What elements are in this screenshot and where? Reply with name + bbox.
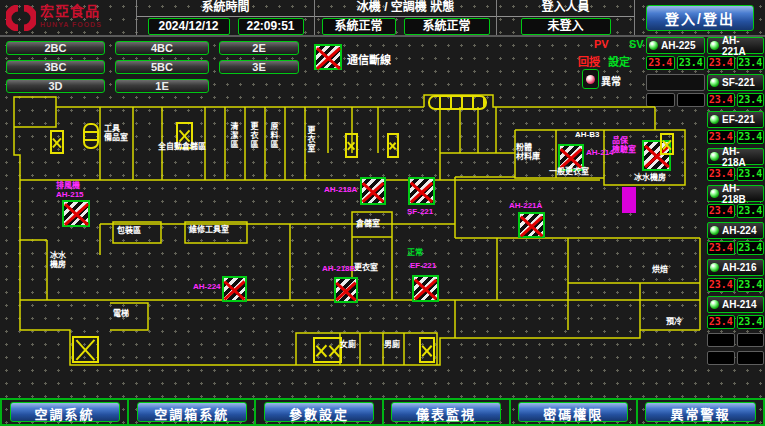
unit-AH-218B[interactable]: AH-218B	[707, 185, 764, 202]
offline-unit-AH-224[interactable]	[222, 276, 247, 302]
date-readout: 2024/12/12	[148, 18, 230, 35]
door-icon	[660, 133, 674, 155]
map-label: AH-221A	[509, 201, 542, 210]
map-label: EF-221	[410, 261, 436, 270]
nav-button-異常警報[interactable]: 異常警報	[645, 402, 755, 422]
brand-name-en: HUNYA FOODS	[40, 18, 102, 31]
map-label: 更衣區	[249, 122, 258, 149]
unit-name: AH-224	[722, 225, 756, 236]
hunya-logo-icon	[6, 5, 36, 31]
unit-marker	[622, 187, 636, 213]
nav-cell: 密碼權限	[509, 398, 636, 426]
status-lamp	[710, 189, 719, 198]
map-label: 倉儲室	[356, 219, 380, 228]
map-label: 預冷	[666, 317, 682, 326]
header-bar: 宏亞食品 HUNYA FOODS 系統時間 2024/12/12 22:09:5…	[0, 0, 765, 37]
pv-name: 回授	[578, 53, 600, 69]
map-label: 排風機 AH-215	[56, 181, 84, 199]
map-label: 更衣室	[354, 263, 378, 272]
nav-button-參數設定[interactable]: 參數設定	[264, 402, 374, 422]
nav-button-空調系統[interactable]: 空調系統	[10, 402, 120, 422]
floor-button-3D[interactable]: 3D	[6, 79, 105, 93]
status-lamp	[710, 226, 719, 235]
offline-unit-SF-221[interactable]	[408, 177, 435, 205]
unit-name: AH-218B	[722, 183, 763, 205]
nav-button-空調箱系統[interactable]: 空調箱系統	[137, 402, 247, 422]
vent-icon	[428, 95, 487, 110]
chiller-status-readout: 系統正常	[322, 18, 396, 35]
floor-button-3BC[interactable]: 3BC	[6, 60, 105, 74]
unit-SF-221[interactable]: SF-221	[707, 74, 764, 91]
abnormal-label: 異常	[601, 73, 621, 88]
map-label: 更衣室	[306, 126, 315, 153]
nav-button-密碼權限[interactable]: 密碼權限	[518, 402, 628, 422]
map-label: 女廁	[340, 340, 356, 349]
unit-AH-221A[interactable]: AH-221A	[707, 37, 764, 54]
map-label: 冰水機房	[634, 173, 666, 182]
floor-button-3E[interactable]: 3E	[219, 60, 299, 74]
hmi-screen: 宏亞食品 HUNYA FOODS 系統時間 2024/12/12 22:09:5…	[0, 0, 765, 426]
unit-values: 23.423.4	[707, 241, 764, 255]
offline-unit-EF-221[interactable]	[412, 275, 439, 302]
map-label: AH-218B	[322, 264, 355, 273]
time-readout: 22:09:51	[238, 18, 304, 35]
unit-AH-218A[interactable]: AH-218A	[707, 148, 764, 165]
unit-name: AH-225	[661, 40, 695, 51]
floor-button-4BC[interactable]: 4BC	[115, 41, 209, 55]
empty-values	[707, 333, 764, 347]
ahu-status-readout: 系統正常	[404, 18, 490, 35]
system-time-label: 系統時間	[137, 0, 314, 17]
map-label: 品保 檢驗室	[612, 136, 636, 154]
offline-unit-AH-218A[interactable]	[360, 177, 386, 205]
unit-AH-214[interactable]: AH-214	[707, 296, 764, 313]
login-section: 登入人員 未登入	[496, 0, 634, 35]
floor-button-grid: 2BC4BC2E3BC5BC3E3D1E	[6, 41, 299, 93]
floor-button-2BC[interactable]: 2BC	[6, 41, 105, 55]
floor-button-1E[interactable]: 1E	[115, 79, 209, 93]
status-lamp	[710, 300, 719, 309]
unit-column-right: AH-221A23.423.4SF-22123.423.4EF-22123.42…	[707, 37, 764, 369]
unit-EF-221[interactable]: EF-221	[707, 111, 764, 128]
door-icon	[345, 133, 358, 158]
floor-plan: 排風機 AH-215AH-224AH-218BAH-218ASF-221EF-2…	[0, 93, 705, 393]
floor-button-5BC[interactable]: 5BC	[115, 60, 209, 74]
offline-unit-AH-218B[interactable]	[334, 277, 358, 303]
unit-values: 23.423.4	[707, 167, 764, 181]
sv-value: 23.4	[737, 93, 765, 107]
map-label: AH-218A	[324, 185, 357, 194]
map-label: 男廁	[384, 340, 400, 349]
door-icon	[50, 130, 64, 154]
nav-cell: 異常警報	[636, 398, 765, 426]
login-button-cell: 登入/登出	[634, 0, 765, 35]
unit-AH-224[interactable]: AH-224	[707, 222, 764, 239]
offline-unit-AH-221A[interactable]	[518, 212, 545, 238]
unit-values: 23.423.4	[707, 278, 764, 292]
map-label: AH-214	[586, 148, 614, 157]
sv-label: SV	[629, 38, 644, 50]
nav-cell: 儀表監視	[382, 398, 509, 426]
nav-cell: 空調箱系統	[127, 398, 254, 426]
map-label: SF-221	[407, 207, 433, 216]
nav-button-儀表監視[interactable]: 儀表監視	[391, 402, 501, 422]
login-logout-button[interactable]: 登入/登出	[646, 5, 754, 31]
brand-logo: 宏亞食品 HUNYA FOODS	[0, 0, 136, 35]
pv-value: 23.4	[707, 167, 735, 181]
sv-name: 設定	[608, 53, 630, 69]
pv-value: 23.4	[707, 130, 735, 144]
unit-AH-225[interactable]: AH-225	[646, 37, 705, 54]
pv-value: 23.4	[707, 315, 735, 329]
offline-unit-AH-215[interactable]	[62, 200, 90, 227]
nav-cell: 空調系統	[0, 398, 127, 426]
floor-button-2E[interactable]: 2E	[219, 41, 299, 55]
map-label: 烘焙	[652, 265, 668, 274]
unit-AH-216[interactable]: AH-216	[707, 259, 764, 276]
map-label: 電梯	[113, 309, 129, 318]
unit-values: 23.423.4	[707, 130, 764, 144]
sv-value: 23.4	[677, 56, 706, 70]
unit-name: AH-218A	[722, 146, 763, 168]
sv-value: 23.4	[737, 241, 765, 255]
pv-value: 23.4	[707, 93, 735, 107]
login-status-readout: 未登入	[521, 18, 611, 35]
status-label: 冰機 / 空調機 狀態	[315, 0, 496, 17]
sv-value: 23.4	[737, 130, 765, 144]
